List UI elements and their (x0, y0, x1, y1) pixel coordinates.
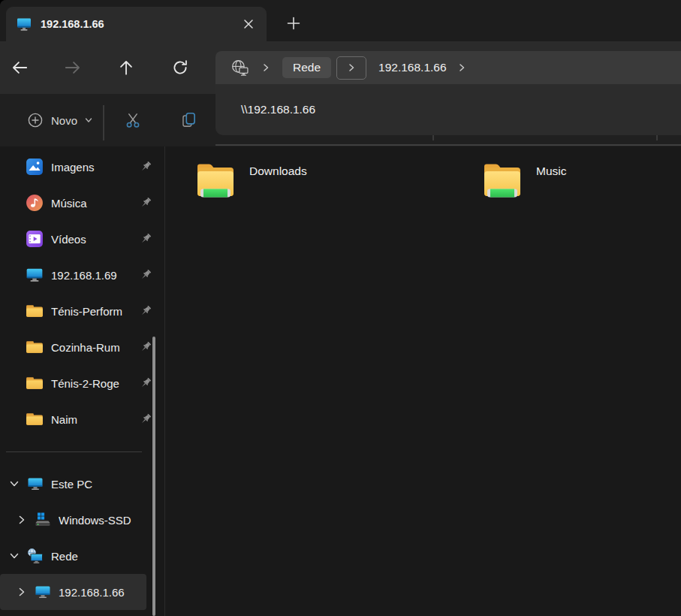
sidebar-item-label: 192.168.1.69 (51, 269, 139, 282)
tree-item-label: 192.168.1.66 (59, 586, 125, 599)
pushpin-icon (139, 160, 152, 174)
tree-item-este-pc[interactable]: Este PC (0, 466, 146, 502)
folder-icon (26, 338, 44, 356)
copy-button[interactable] (173, 105, 203, 135)
pictures-icon (26, 158, 44, 176)
sidebar-item-label: Vídeos (51, 233, 139, 246)
address-suggestion-flyout: \\192.168.1.66 (215, 84, 681, 135)
tab-close-icon[interactable] (238, 14, 259, 35)
forward-button[interactable] (58, 53, 88, 83)
folder-icon (26, 410, 44, 428)
breadcrumb-chevron-icon[interactable] (457, 62, 466, 73)
file-list-pane: Downloads Music (165, 146, 681, 616)
sidebar-item-label: Música (51, 197, 139, 210)
file-explorer-window: 192.168.1.66 (0, 0, 681, 616)
videos-icon (26, 230, 44, 248)
chevron-down-icon[interactable] (8, 549, 21, 563)
tab-active[interactable]: 192.168.1.66 (6, 7, 267, 41)
network-pc-icon (35, 584, 51, 600)
folder-icon (26, 302, 44, 320)
plus-circle-icon (27, 112, 44, 128)
pushpin-icon (139, 304, 152, 318)
pushpin-icon (139, 340, 152, 354)
pushpin-icon (139, 232, 152, 246)
folder-green-bar-icon (194, 157, 237, 201)
sidebar-item-musica[interactable]: Música (0, 185, 164, 221)
network-icon (27, 548, 44, 564)
pushpin-icon (139, 268, 152, 282)
folder-icon (26, 374, 44, 392)
tab-title: 192.168.1.66 (41, 18, 238, 30)
refresh-button[interactable] (165, 53, 195, 83)
network-pc-icon (26, 266, 44, 284)
sidebar-item-tenis-perform[interactable]: Ténis-Perform (0, 293, 164, 329)
folder-green-bar-icon (481, 157, 524, 201)
pushpin-icon (139, 376, 152, 390)
sidebar-item-videos[interactable]: Vídeos (0, 221, 164, 257)
breadcrumb-item-rede[interactable]: Rede (282, 57, 331, 78)
cut-button[interactable] (118, 105, 148, 135)
back-button[interactable] (5, 53, 35, 83)
sidebar-item-imagens[interactable]: Imagens (0, 149, 164, 185)
file-item-downloads[interactable]: Downloads (194, 157, 481, 201)
tab-bar: 192.168.1.66 (0, 0, 681, 41)
pushpin-icon (139, 412, 152, 426)
breadcrumb-dropdown-chevron[interactable] (336, 56, 366, 80)
tree-item-label: Windows-SSD (59, 514, 131, 527)
sidebar-item-label: Imagens (51, 161, 139, 174)
windows-drive-icon (35, 512, 51, 528)
tree-item-windows-ssd[interactable]: Windows-SSD (0, 502, 146, 538)
navigation-pane: Imagens (0, 146, 165, 616)
sidebar-item-cozinha-rum[interactable]: Cozinha-Rum (0, 329, 164, 365)
network-globe-icon (231, 59, 249, 77)
new-button[interactable]: Novo (27, 94, 93, 146)
address-bar[interactable]: Rede 192.168.1.66 (215, 51, 681, 84)
tree-item-rede[interactable]: Rede (0, 538, 146, 574)
up-button[interactable] (111, 53, 141, 83)
this-pc-icon (27, 476, 44, 492)
chevron-right-icon[interactable] (15, 585, 29, 599)
breadcrumb-chevron-icon (261, 62, 270, 73)
file-item-name: Music (536, 165, 566, 201)
pushpin-icon (139, 196, 152, 210)
sidebar-item-label: Ténis-2-Roge (51, 377, 139, 390)
sidebar-item-label: Ténis-Perform (51, 305, 139, 318)
sidebar-scrollbar-thumb[interactable] (152, 337, 155, 616)
music-icon (26, 194, 44, 212)
sidebar-item-192-168-1-69[interactable]: 192.168.1.69 (0, 257, 164, 293)
file-item-name: Downloads (249, 165, 307, 201)
new-tab-button[interactable] (282, 12, 305, 35)
tree-item-label: Rede (51, 550, 78, 563)
file-item-music[interactable]: Music (481, 157, 681, 201)
remote-pc-monitor-icon (17, 17, 32, 32)
new-button-label: Novo (51, 114, 77, 127)
breadcrumb-item-host[interactable]: 192.168.1.66 (378, 61, 447, 74)
sidebar-item-naim[interactable]: Naim (0, 401, 164, 437)
tree-item-label: Este PC (51, 478, 92, 491)
sidebar-item-tenis-2-roge[interactable]: Ténis-2-Roge (0, 365, 164, 401)
sidebar-item-label: Cozinha-Rum (51, 341, 139, 354)
sidebar-divider (6, 451, 142, 452)
sidebar-item-label: Naim (51, 413, 139, 426)
chevron-down-icon[interactable] (8, 477, 21, 491)
flyout-bottom-divider (215, 144, 681, 146)
tree-item-192-168-1-66[interactable]: 192.168.1.66 (0, 574, 146, 610)
chevron-right-icon[interactable] (15, 513, 29, 527)
toolbar-separator (103, 105, 104, 140)
chevron-down-icon (84, 116, 93, 125)
address-suggestion-item[interactable]: \\192.168.1.66 (241, 103, 315, 116)
